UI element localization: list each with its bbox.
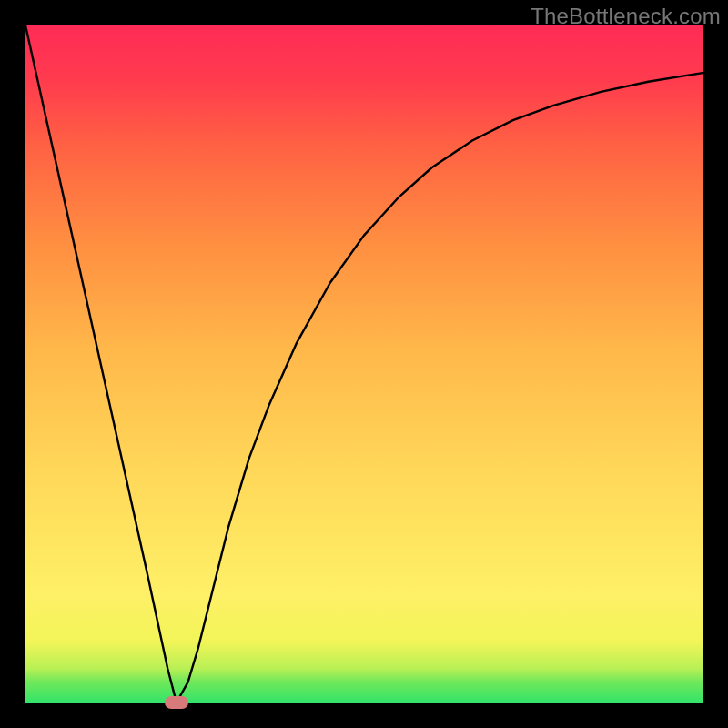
chart-frame: TheBottleneck.com [0, 0, 728, 728]
bottleneck-curve [25, 25, 703, 703]
watermark-text: TheBottleneck.com [531, 4, 721, 29]
plot-area [25, 25, 703, 703]
optimal-marker [165, 696, 188, 709]
